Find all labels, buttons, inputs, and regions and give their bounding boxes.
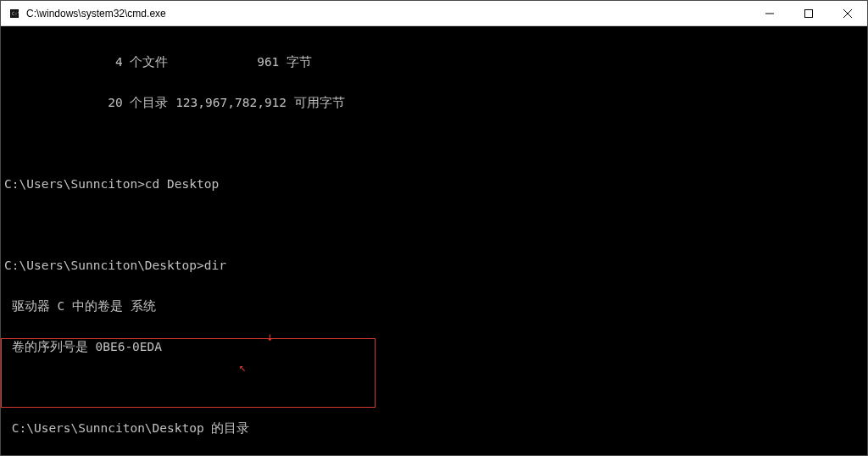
terminal-line: C:\Users\Sunnciton\Desktop>dir [4, 259, 864, 272]
terminal-line [4, 218, 864, 231]
terminal[interactable]: 4 个文件 961 字节 20 个目录 123,967,782,912 可用字节… [1, 26, 867, 455]
terminal-line: 驱动器 C 中的卷是 系统 [4, 299, 864, 313]
annotation-arrow-upleft-icon: ↖ [239, 360, 246, 374]
terminal-line: C:\Users\Sunnciton>cd Desktop [4, 177, 864, 191]
terminal-line [4, 136, 864, 150]
svg-rect-4 [805, 9, 813, 17]
terminal-line: C:\Users\Sunnciton\Desktop 的目录 [4, 421, 864, 435]
terminal-line: 4 个文件 961 字节 [4, 55, 864, 69]
svg-text:C:\: C:\ [12, 10, 19, 15]
cmd-window: C:\ C:\windows\system32\cmd.exe 4 个文件 96… [0, 0, 868, 456]
window-title: C:\windows\system32\cmd.exe [26, 8, 166, 19]
minimize-button[interactable] [750, 1, 789, 26]
terminal-line: 卷的序列号是 0BE6-0EDA [4, 340, 864, 353]
terminal-line [4, 381, 864, 394]
titlebar[interactable]: C:\ C:\windows\system32\cmd.exe [1, 1, 867, 26]
cmd-icon: C:\ [8, 7, 21, 20]
close-button[interactable] [828, 1, 867, 26]
maximize-button[interactable] [789, 1, 828, 26]
terminal-line: 20 个目录 123,967,782,912 可用字节 [4, 96, 864, 109]
